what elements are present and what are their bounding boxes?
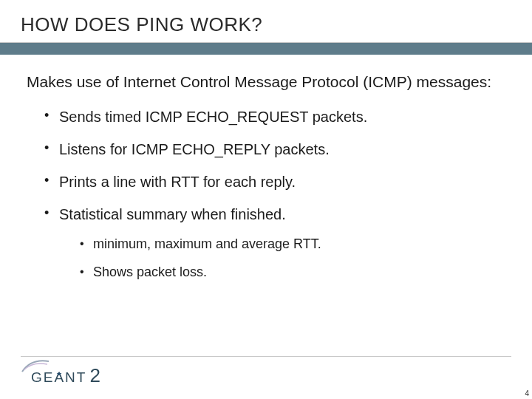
bullet-text: Listens for ICMP ECHO_REPLY packets. — [59, 141, 330, 157]
footer-rule — [21, 356, 511, 357]
bullet-text: Shows packet loss. — [93, 265, 207, 279]
slide-title: HOW DOES PING WORK? — [21, 13, 532, 36]
logo-swoosh-icon — [21, 357, 50, 375]
geant-logo: GEANT2 ★ — [21, 364, 511, 387]
star-icon: ★ — [56, 370, 62, 378]
intro-text: Makes use of Internet Control Message Pr… — [27, 72, 505, 92]
page-number: 4 — [525, 389, 529, 398]
list-item: Shows packet loss. — [80, 265, 505, 281]
list-item: minimum, maximum and average RTT. — [80, 236, 505, 253]
footer: GEANT2 ★ — [0, 356, 532, 387]
bullet-text: Statistical summary when finished. — [59, 206, 286, 222]
list-item: Statistical summary when finished. minim… — [44, 205, 505, 280]
sub-bullet-list: minimum, maximum and average RTT. Shows … — [59, 236, 505, 280]
list-item: Sends timed ICMP ECHO_REQUEST packets. — [44, 108, 505, 126]
logo-suffix: 2 — [89, 364, 100, 387]
list-item: Listens for ICMP ECHO_REPLY packets. — [44, 140, 505, 158]
bullet-text: minimum, maximum and average RTT. — [93, 236, 321, 251]
bullet-text: Sends timed ICMP ECHO_REQUEST packets. — [59, 109, 367, 125]
bullet-text: Prints a line with RTT for each reply. — [59, 174, 296, 190]
bullet-list: Sends timed ICMP ECHO_REQUEST packets. L… — [27, 108, 505, 280]
list-item: Prints a line with RTT for each reply. — [44, 173, 505, 191]
content-area: Makes use of Internet Control Message Pr… — [0, 55, 532, 280]
title-area: HOW DOES PING WORK? — [0, 0, 532, 43]
accent-bar — [0, 43, 532, 55]
